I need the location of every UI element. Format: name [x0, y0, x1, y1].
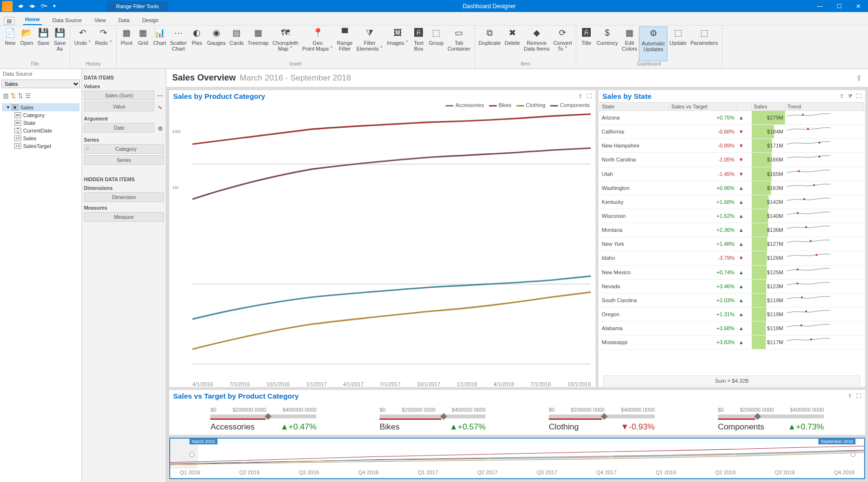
- ribbon-tab-view[interactable]: View: [93, 15, 108, 25]
- ds-group-icon[interactable]: ⇅: [18, 92, 23, 99]
- ribbon-choropleth-map-[interactable]: 🗺ChoroplethMap ˅: [271, 27, 300, 61]
- dimension-pill[interactable]: Dimension: [84, 192, 164, 202]
- ribbon-delete[interactable]: ✖Delete: [502, 27, 522, 61]
- ribbon-save-as[interactable]: 💾SaveAs: [52, 27, 68, 61]
- table-row[interactable]: Wisconsin+1.62%▲$140M: [600, 209, 864, 223]
- card-range-filter[interactable]: March 2016 September 2018 Q1 2016Q2 2016…: [169, 438, 865, 479]
- svg-point-5: [818, 142, 820, 144]
- ribbon-chart[interactable]: 📊Chart: [151, 27, 168, 61]
- tree-currentdate[interactable]: ⌚CurrentDate: [2, 127, 80, 134]
- ribbon-new[interactable]: 📄New: [2, 27, 18, 61]
- maximize-icon[interactable]: ⛶: [856, 93, 861, 99]
- series-pill-placeholder[interactable]: Series: [84, 155, 164, 165]
- ribbon-save[interactable]: 💾Save: [35, 27, 52, 61]
- datasource-select[interactable]: Sales: [1, 80, 80, 88]
- table-row[interactable]: New Hampshire-0.89%▼$171M: [600, 139, 864, 153]
- ribbon-app-button[interactable]: ▤: [4, 17, 14, 25]
- ribbon-pies[interactable]: ◐Pies: [189, 27, 205, 61]
- maximize-icon[interactable]: ⛶: [856, 393, 861, 399]
- ribbon-parameters[interactable]: ⬚Parameters: [689, 27, 720, 61]
- table-row[interactable]: New York+1.48%▲$127M: [600, 237, 864, 251]
- export-icon[interactable]: ⇪: [578, 93, 583, 99]
- ribbon-grid[interactable]: ▦Grid: [135, 27, 151, 61]
- export-icon[interactable]: ⇪: [840, 93, 844, 99]
- ds-sort-icon[interactable]: ⇅: [11, 92, 16, 99]
- tree-sales[interactable]: ▾▣Sales: [2, 103, 80, 111]
- ribbon-tab-design[interactable]: Design: [140, 15, 161, 25]
- ds-filter-icon[interactable]: ☰: [25, 92, 31, 99]
- contextual-tab[interactable]: Range Filter Tools: [107, 1, 168, 12]
- ds-tool-icon[interactable]: ▥: [3, 92, 9, 99]
- ribbon-geo-point-maps-[interactable]: 📍GeoPoint Maps ˅: [300, 27, 335, 61]
- minimize-button[interactable]: —: [810, 1, 829, 12]
- ribbon-redo-[interactable]: ↷Redo ˅: [93, 27, 114, 61]
- ribbon-tab-datasource[interactable]: Data Source: [51, 15, 84, 25]
- close-button[interactable]: ✕: [849, 1, 868, 12]
- grid-title: Sales by State: [602, 92, 651, 100]
- table-row[interactable]: North Carolina-1.05%▼$166M: [600, 153, 864, 167]
- ribbon-duplicate[interactable]: ⧉Duplicate: [477, 27, 503, 61]
- table-row[interactable]: Nevada+3.46%▲$123M: [600, 279, 864, 293]
- export-icon[interactable]: ⇪: [848, 393, 852, 399]
- ribbon-update[interactable]: ⬚Update: [667, 27, 688, 61]
- table-row[interactable]: Kentucky+1.68%▲$142M: [600, 195, 864, 209]
- value-pill-placeholder[interactable]: Value: [84, 102, 154, 111]
- ribbon-treemap[interactable]: ▦Treemap: [245, 27, 271, 61]
- export-icon[interactable]: ⇪: [856, 74, 862, 82]
- ribbon-scatter-chart[interactable]: ⋯ScatterChart: [168, 27, 189, 61]
- table-row[interactable]: Idaho-3.79%▼$126M: [600, 251, 864, 265]
- ribbon-convert-to-[interactable]: ⟳ConvertTo ˅: [551, 27, 574, 61]
- ribbon-edit-colors[interactable]: ▦EditColors: [620, 27, 639, 61]
- ribbon-text-box[interactable]: 🅰TextBox: [410, 27, 427, 61]
- ribbon-tab-data[interactable]: Data: [116, 15, 131, 25]
- ribbon-range-filter[interactable]: ▀RangeFilter: [335, 27, 354, 61]
- tree-state[interactable]: abState: [2, 119, 80, 127]
- qat-fwd-icon[interactable]: ▪▶: [27, 2, 38, 10]
- measure-pill[interactable]: Measure: [84, 212, 164, 222]
- table-row[interactable]: Alabama+3.68%▲$118M: [600, 321, 864, 335]
- ribbon-cards[interactable]: ▤Cards: [228, 27, 245, 61]
- tree-salestarget[interactable]: 12SalesTarget: [2, 142, 80, 150]
- range-handle-right[interactable]: [851, 452, 855, 457]
- table-row[interactable]: Washington+0.86%▲$163M: [600, 181, 864, 195]
- sparkline-icon[interactable]: 〰: [156, 93, 164, 100]
- gear-icon[interactable]: ⚙: [156, 125, 164, 132]
- ribbon-filter-elements-[interactable]: ⧩FilterElements ˅: [354, 27, 385, 61]
- ribbon-gauges[interactable]: ◉Gauges: [205, 27, 228, 61]
- state-grid[interactable]: StateSales vs TargetSalesTrendArizona+0.…: [599, 102, 864, 349]
- filter-icon[interactable]: ⧩: [848, 93, 852, 99]
- line-icon[interactable]: ∿: [156, 104, 164, 111]
- table-row[interactable]: Arizona+0.75%▲$279M: [600, 111, 864, 125]
- ribbon-title[interactable]: 🅰Title: [578, 27, 595, 61]
- table-row[interactable]: Montana+2.36%▲$136M: [600, 223, 864, 237]
- ribbon-group[interactable]: ⬚Group: [427, 27, 446, 61]
- maximize-icon[interactable]: ⛶: [586, 93, 592, 99]
- table-row[interactable]: Utah-1.45%▼$165M: [600, 167, 864, 181]
- series-pill-category[interactable]: ⠿Category: [84, 144, 164, 154]
- table-row[interactable]: Oregon+1.31%▲$119M: [600, 307, 864, 321]
- table-row[interactable]: New Mexico+0.74%▲$125M: [600, 265, 864, 279]
- qat-refresh-icon[interactable]: ⟳▪: [39, 2, 50, 10]
- table-row[interactable]: South Carolina+2.03%▲$119M: [600, 293, 864, 307]
- ribbon-tab-container[interactable]: ▭TabContainer: [446, 27, 473, 61]
- ribbon-images-[interactable]: 🖼Images ˅: [385, 27, 410, 61]
- ribbon-undo-[interactable]: ↶Undo ˅: [72, 27, 93, 61]
- ribbon-pivot[interactable]: ▦Pivot: [119, 27, 135, 61]
- ribbon-tab-home[interactable]: Home: [23, 14, 42, 25]
- ribbon-remove-data-items[interactable]: ◆RemoveData Items: [522, 27, 551, 61]
- qat-dropdown-icon[interactable]: ▾: [51, 2, 58, 10]
- table-row[interactable]: Mississippi+3.83%▲$117M: [600, 335, 864, 349]
- ytick-1m: 1M: [172, 185, 178, 190]
- tree-category[interactable]: abCategory: [2, 111, 80, 119]
- ribbon-currency[interactable]: $Currency: [595, 27, 620, 61]
- chart-a-body[interactable]: Accessories Bikes Clothing Components: [169, 102, 596, 387]
- ribbon-open[interactable]: 📂Open: [18, 27, 35, 61]
- table-row[interactable]: California-0.68%▼$184M: [600, 125, 864, 139]
- range-handle-left[interactable]: [190, 452, 194, 457]
- ribbon-automatic-updates[interactable]: ⚙AutomaticUpdates: [639, 27, 667, 61]
- maximize-button[interactable]: ☐: [829, 1, 849, 12]
- qat-back-icon[interactable]: ◀▪: [15, 2, 26, 10]
- value-pill-sales[interactable]: Sales (Sum): [84, 91, 154, 100]
- tree-sales[interactable]: 12Sales: [2, 134, 80, 142]
- argument-pill[interactable]: Date: [84, 123, 154, 133]
